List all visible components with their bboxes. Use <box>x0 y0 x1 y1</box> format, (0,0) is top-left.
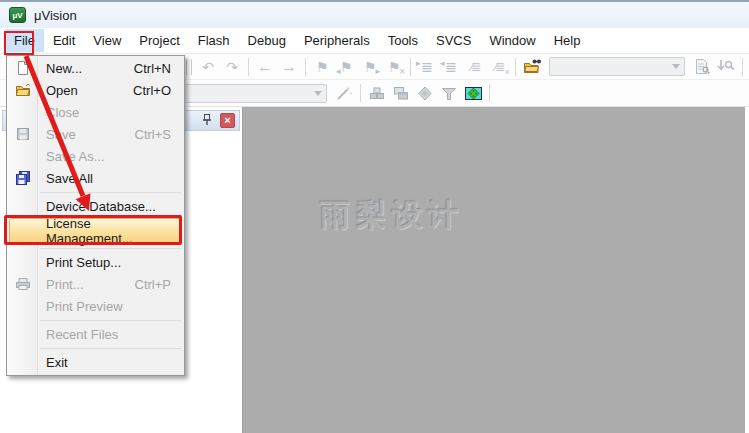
file-menu-dropdown: New...Ctrl+NOpenCtrl+OCloseSaveCtrl+SSav… <box>6 55 185 376</box>
menubar-item-svcs[interactable]: SVCS <box>427 29 480 52</box>
file-menu-item-save[interactable]: SaveCtrl+S <box>7 123 184 145</box>
menu-separator <box>40 192 181 193</box>
file-menu-item-print-setup[interactable]: Print Setup... <box>7 251 184 273</box>
uvision-window: μVision FileEditViewProjectFlashDebugPer… <box>0 0 749 433</box>
menubar-item-tools[interactable]: Tools <box>379 29 427 52</box>
menu-separator <box>40 320 181 321</box>
menu-item-label: Close <box>38 105 171 120</box>
editor-area: 雨梨设计 <box>243 107 745 433</box>
file-menu-item-close[interactable]: Close <box>7 101 184 123</box>
menu-item-label: Save As... <box>38 149 171 164</box>
menu-item-shortcut: Ctrl+P <box>135 277 184 292</box>
menu-item-shortcut: Ctrl+O <box>133 83 184 98</box>
print-icon <box>7 276 38 292</box>
menu-item-label: Save All <box>38 171 171 186</box>
bookmark-clear-icon[interactable] <box>382 57 406 76</box>
menu-item-shortcut: Ctrl+S <box>135 127 184 142</box>
find-in-files-icon[interactable] <box>520 57 544 76</box>
file-menu-item-exit[interactable]: Exit <box>7 351 184 373</box>
manage-run-time-environment-icon[interactable] <box>461 84 485 103</box>
menubar: FileEditViewProjectFlashDebugPeripherals… <box>0 28 749 53</box>
file-menu-item-license-management[interactable]: License Management... <box>7 217 184 245</box>
watermark-text: 雨梨设计 <box>320 195 464 236</box>
incremental-find-icon[interactable] <box>714 57 738 76</box>
toolbar-separator <box>489 84 490 102</box>
menu-item-label: Save <box>38 127 135 142</box>
uvision-logo-icon <box>9 7 26 23</box>
download-icon[interactable] <box>413 84 437 103</box>
menubar-item-view[interactable]: View <box>84 29 130 52</box>
main-toolbar-icons <box>196 57 747 76</box>
toolbar-separator <box>515 58 516 76</box>
redo-icon[interactable] <box>220 57 244 76</box>
menu-item-label: Open <box>38 83 133 98</box>
save-all-icon <box>7 170 38 186</box>
menu-item-label: Recent Files <box>38 327 171 342</box>
file-menu-item-save-as[interactable]: Save As... <box>7 145 184 167</box>
menubar-item-project[interactable]: Project <box>130 29 188 52</box>
undo-icon[interactable] <box>196 57 220 76</box>
menu-item-shortcut: Ctrl+N <box>134 61 184 76</box>
menu-separator <box>40 248 181 249</box>
chevron-down-icon <box>672 64 680 69</box>
search-combobox[interactable] <box>549 57 685 76</box>
build-icon[interactable] <box>365 84 389 103</box>
menu-item-label: Print... <box>38 277 135 292</box>
menu-item-label: Device Database... <box>38 199 171 214</box>
menubar-item-window[interactable]: Window <box>480 29 544 52</box>
menu-separator <box>40 348 181 349</box>
bookmark-next-icon[interactable] <box>358 57 382 76</box>
toolbar-separator <box>742 58 743 76</box>
back-icon[interactable] <box>253 57 277 76</box>
menu-item-label: Print Preview <box>38 299 171 314</box>
toolbar-separator <box>360 84 361 102</box>
menubar-item-debug[interactable]: Debug <box>239 29 295 52</box>
pin-icon[interactable] <box>201 113 213 129</box>
menu-item-label: New... <box>38 61 134 76</box>
menu-item-label: License Management... <box>38 216 171 246</box>
file-menu-item-new[interactable]: New...Ctrl+N <box>7 57 184 79</box>
open-folder-icon <box>7 82 38 98</box>
menubar-item-help[interactable]: Help <box>545 29 590 52</box>
title-bar: μVision <box>0 2 749 28</box>
file-menu-item-open[interactable]: OpenCtrl+O <box>7 79 184 101</box>
file-menu-item-device-database[interactable]: Device Database... <box>7 195 184 217</box>
menubar-items: FileEditViewProjectFlashDebugPeripherals… <box>5 29 589 52</box>
menubar-item-edit[interactable]: Edit <box>44 29 84 52</box>
file-menu-item-save-all[interactable]: Save All <box>7 167 184 189</box>
menubar-item-peripherals[interactable]: Peripherals <box>295 29 379 52</box>
filter-icon[interactable] <box>437 84 461 103</box>
bookmark-toggle-icon[interactable] <box>310 57 334 76</box>
file-menu-item-recent-files[interactable]: Recent Files <box>7 323 184 345</box>
menubar-item-flash[interactable]: Flash <box>189 29 239 52</box>
close-panel-button[interactable] <box>220 113 235 128</box>
menu-item-label: Print Setup... <box>38 255 171 270</box>
outdent-icon[interactable] <box>439 57 463 76</box>
toolbar-separator <box>305 58 306 76</box>
toolbar-separator <box>410 58 411 76</box>
window-title: μVision <box>34 8 77 23</box>
toolbar-grip[interactable] <box>186 59 192 75</box>
menu-item-label: Exit <box>38 355 171 370</box>
options-for-target-icon[interactable] <box>332 84 356 103</box>
chevron-down-icon <box>314 91 322 96</box>
comment-icon[interactable] <box>463 57 487 76</box>
new-file-icon <box>7 60 38 76</box>
uncomment-icon[interactable] <box>487 57 511 76</box>
forward-icon[interactable] <box>277 57 301 76</box>
toolbar-separator <box>248 58 249 76</box>
save-icon <box>7 126 38 142</box>
bookmark-prev-icon[interactable] <box>334 57 358 76</box>
menubar-item-file[interactable]: File <box>5 29 44 52</box>
file-menu-item-print[interactable]: Print...Ctrl+P <box>7 273 184 295</box>
file-menu-item-print-preview[interactable]: Print Preview <box>7 295 184 317</box>
find-in-document-icon[interactable] <box>690 57 714 76</box>
indent-icon[interactable] <box>415 57 439 76</box>
right-edge-strip <box>745 107 749 433</box>
batch-build-icon[interactable] <box>389 84 413 103</box>
